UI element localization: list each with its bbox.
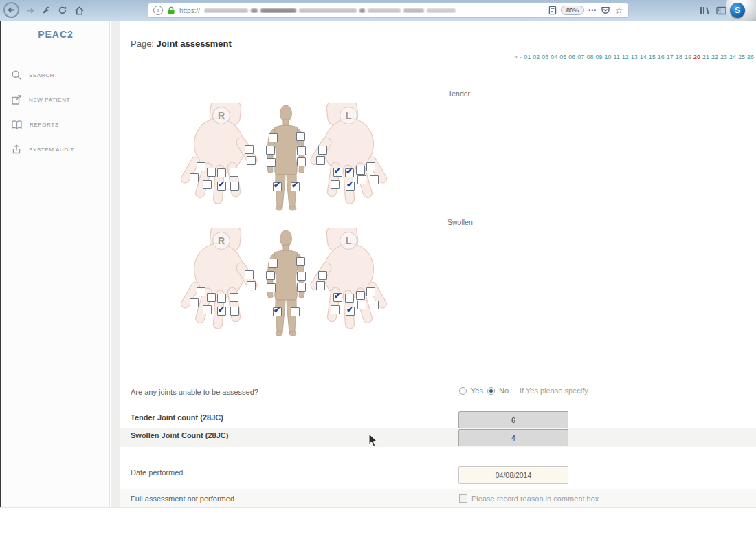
pocket-icon[interactable]	[601, 6, 610, 15]
pagination-page-11[interactable]: 11	[613, 54, 619, 61]
reload-button[interactable]	[55, 0, 70, 21]
joint-checkbox[interactable]	[267, 158, 276, 167]
zoom-level-badge[interactable]: 80%	[561, 6, 584, 15]
joint-checkbox[interactable]	[318, 146, 327, 155]
pagination-page-19[interactable]: 19	[685, 54, 691, 61]
joint-checkbox[interactable]	[269, 133, 278, 142]
tender-count-field[interactable]: 6	[458, 411, 568, 428]
date-performed-field[interactable]: 04/08/2014	[458, 466, 568, 484]
pagination-page-08[interactable]: 08	[586, 54, 593, 61]
pagination-page-03[interactable]: 03	[542, 54, 548, 61]
site-info-icon[interactable]: i	[153, 6, 163, 15]
pagination-page-02[interactable]: 02	[533, 54, 540, 61]
joint-checkbox[interactable]	[197, 287, 205, 296]
joint-checkbox[interactable]	[273, 307, 282, 316]
bookmark-star-icon[interactable]: ☆	[614, 6, 623, 15]
joint-checkbox[interactable]	[203, 180, 212, 189]
joint-checkbox[interactable]	[357, 301, 366, 309]
joint-checkbox[interactable]	[370, 175, 379, 184]
joint-checkbox[interactable]	[318, 271, 327, 280]
pagination-page-22[interactable]: 22	[711, 54, 718, 61]
joint-checkbox[interactable]	[245, 145, 254, 154]
pagination-page-10[interactable]: 10	[604, 54, 611, 61]
joint-checkbox[interactable]	[230, 307, 239, 316]
joint-checkbox[interactable]	[190, 173, 199, 182]
joint-checkbox[interactable]	[333, 293, 342, 302]
wrench-icon[interactable]	[38, 0, 54, 21]
joint-checkbox[interactable]	[230, 293, 238, 302]
url-bar[interactable]: i https:// 80% ••• ☆	[148, 3, 629, 18]
joint-checkbox[interactable]	[345, 168, 354, 177]
joint-checkbox[interactable]	[245, 270, 254, 279]
joint-checkbox[interactable]	[217, 307, 226, 316]
pagination-page-17[interactable]: 17	[667, 54, 674, 61]
joint-checkbox[interactable]	[190, 298, 199, 307]
joint-checkbox[interactable]	[247, 281, 256, 290]
joint-checkbox[interactable]	[356, 166, 365, 175]
joint-checkbox[interactable]	[217, 182, 226, 191]
library-icon[interactable]	[697, 0, 712, 21]
joint-checkbox[interactable]	[266, 146, 275, 155]
sidebar-item-reports[interactable]: REPORTS	[11, 117, 107, 132]
joint-checkbox[interactable]	[217, 294, 226, 303]
pagination-page-12[interactable]: 12	[622, 54, 629, 61]
joint-checkbox[interactable]	[207, 168, 216, 177]
pagination-page-09[interactable]: 09	[595, 54, 602, 61]
joint-checkbox[interactable]	[331, 305, 340, 314]
joint-checkbox[interactable]	[333, 168, 342, 177]
reader-mode-icon[interactable]	[548, 6, 557, 15]
joint-checkbox[interactable]	[266, 271, 275, 280]
page-actions-icon[interactable]: •••	[588, 7, 597, 14]
joint-checkbox[interactable]	[316, 281, 325, 290]
joint-checkbox[interactable]	[366, 287, 375, 296]
joint-checkbox[interactable]	[267, 283, 276, 292]
joint-checkbox[interactable]	[217, 168, 226, 177]
joint-checkbox[interactable]	[247, 156, 256, 165]
radio-no[interactable]	[487, 387, 495, 395]
joint-checkbox[interactable]	[203, 305, 212, 314]
joint-checkbox[interactable]	[291, 307, 300, 316]
forward-button[interactable]	[23, 0, 38, 21]
pagination-page-23[interactable]: 23	[720, 54, 727, 61]
pagination-page-04[interactable]: 04	[551, 54, 557, 61]
sidebar-item-search[interactable]: SEARCH	[11, 67, 107, 83]
home-button[interactable]	[71, 0, 87, 21]
joint-checkbox[interactable]	[331, 180, 340, 189]
sidebar-item-new-patient[interactable]: NEW PATIENT	[11, 92, 107, 107]
pagination-page-15[interactable]: 15	[649, 54, 656, 61]
pagination-page-18[interactable]: 18	[676, 54, 682, 61]
joint-checkbox[interactable]	[269, 259, 278, 268]
swollen-count-field[interactable]: 4	[458, 429, 568, 446]
full-assessment-checkbox[interactable]	[459, 494, 467, 503]
pagination-page-05[interactable]: 05	[559, 54, 566, 61]
joint-checkbox[interactable]	[357, 175, 366, 184]
pagination-page-13[interactable]: 13	[631, 54, 638, 61]
radio-yes[interactable]	[459, 387, 467, 395]
pagination-page-16[interactable]: 16	[658, 54, 665, 61]
joint-checkbox[interactable]	[273, 182, 282, 191]
joint-checkbox[interactable]	[346, 182, 355, 191]
joint-checkbox[interactable]	[207, 293, 216, 302]
pagination-page-21[interactable]: 21	[702, 54, 709, 61]
joint-checkbox[interactable]	[370, 301, 379, 309]
joint-checkbox[interactable]	[345, 294, 354, 303]
pagination-page-14[interactable]: 14	[640, 54, 647, 61]
joint-checkbox[interactable]	[291, 182, 300, 191]
pagination-page-25[interactable]: 25	[738, 54, 745, 61]
joint-checkbox[interactable]	[346, 307, 355, 316]
joint-checkbox[interactable]	[316, 156, 325, 165]
back-button[interactable]	[3, 2, 19, 18]
pagination-page-01[interactable]: 01	[524, 54, 531, 61]
pagination-page-24[interactable]: 24	[729, 54, 736, 61]
joint-checkbox[interactable]	[356, 291, 365, 300]
pagination-page-06[interactable]: 06	[568, 54, 575, 61]
pagination-page-07[interactable]: 07	[577, 54, 584, 61]
skype-icon[interactable]: S	[730, 3, 745, 18]
pagination-prev[interactable]: «	[514, 54, 518, 61]
sidebar-item-system-audit[interactable]: SYSTEM AUDIT	[11, 142, 107, 157]
joint-checkbox[interactable]	[230, 182, 239, 191]
pagination-page-20[interactable]: 20	[693, 54, 700, 61]
joint-checkbox[interactable]	[366, 162, 375, 171]
joint-checkbox[interactable]	[197, 162, 205, 171]
joint-checkbox[interactable]	[230, 168, 238, 177]
